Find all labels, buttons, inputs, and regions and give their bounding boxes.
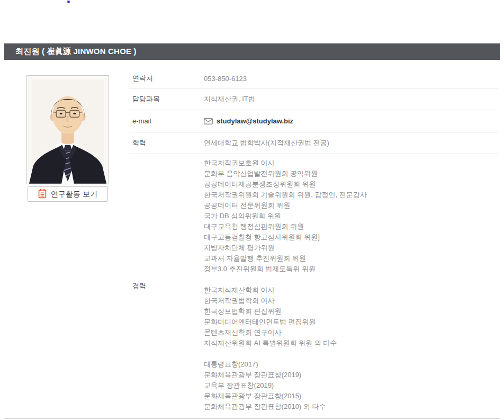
broken-image-marker — [67, 1, 70, 3]
career-line: 문화체육관광부 장관표창(2019) — [204, 370, 367, 380]
profile-detail-table: 연락처 053-850-6123 담당과목 지식재산권, IT법 e-mail … — [129, 69, 498, 418]
career-label: 경력 — [129, 281, 204, 291]
portrait-illustration — [27, 76, 109, 184]
career-line: 한국저작권법학회 이사 — [204, 296, 367, 306]
career-group: 대통령표창(2017)문화체육관광부 장관표창(2019)교육부 장관표창(20… — [204, 359, 367, 412]
education-label: 학력 — [129, 138, 204, 148]
career-line: 교과서 자율발행 추진위원회 위원 — [204, 253, 367, 264]
contact-label: 연락처 — [129, 74, 204, 83]
career-line: 한국지식재산학회 이사 — [204, 285, 367, 296]
profile-photo — [26, 75, 109, 184]
career-line: 대통령표창(2017) — [204, 359, 367, 370]
email-label: e-mail — [129, 117, 204, 125]
career-groups: 한국저작권보호원 이사문화부 음악산업발전위원회 공익위원공공데이터제공분쟁조정… — [204, 154, 367, 412]
career-line: 공공데이터 전문위원회 위원 — [204, 200, 367, 211]
row-subjects: 담당과목 지식재산권, IT법 — [129, 88, 498, 110]
row-email: e-mail studylaw@studylaw.biz — [129, 110, 498, 132]
career-line: 국가 DB 심의위원회 위원 — [204, 211, 367, 221]
career-line: 정부3.0 추진위원회 법제도특위 위원 — [204, 264, 367, 274]
subjects-value: 지식재산권, IT법 — [204, 94, 255, 104]
contact-value: 053-850-6123 — [204, 75, 247, 83]
notepad-icon — [38, 189, 47, 200]
education-value: 연세대학교 법학박사(지적재산권법 전공) — [204, 138, 329, 148]
career-line: 대구교육청 행정심판위원회 위원 — [204, 221, 367, 232]
career-line: 콘텐츠재산학회 연구이사 — [204, 327, 367, 338]
envelope-icon — [204, 118, 213, 124]
career-line: 지식재산위원회 AI 특별위원회 위원 외 다수 — [204, 338, 367, 348]
career-group: 한국저작권보호원 이사문화부 음악산업발전위원회 공익위원공공데이터제공분쟁조정… — [204, 158, 367, 274]
subjects-label: 담당과목 — [129, 94, 204, 104]
row-education: 학력 연세대학교 법학박사(지적재산권법 전공) — [129, 132, 498, 154]
profile-name-title: 최진원 ( 崔眞源 JINWON CHOE ) — [4, 47, 137, 57]
row-career: 경력 한국저작권보호원 이사문화부 음악산업발전위원회 공익위원공공데이터제공분… — [129, 154, 498, 418]
career-line: 지방자치단체 평가위원 — [204, 243, 367, 253]
career-line: 한국저작권보호원 이사 — [204, 158, 367, 168]
career-group: 한국지식재산학회 이사한국저작권법학회 이사힌국정보법학회 편집위원문화미디어엔… — [204, 285, 367, 348]
career-line: 문화체육관광부 장관표창(2015) — [204, 391, 367, 401]
career-line: 힌국정보법학회 편집위원 — [204, 306, 367, 317]
career-line: 대구고등검찰청 항고심사위원회 위원] — [204, 232, 367, 243]
career-line: 교육부 장관표창(2019) — [204, 380, 367, 391]
profile-header-bar: 최진원 ( 崔眞源 JINWON CHOE ) — [4, 43, 500, 60]
career-line: 문화부 음악산업발전위원회 공익위원 — [204, 168, 367, 179]
email-link[interactable]: studylaw@studylaw.biz — [217, 117, 293, 125]
career-line: 문화미디어엔터테인먼트법 편집위원 — [204, 317, 367, 327]
research-activity-button[interactable]: 연구활동 보기 — [28, 186, 108, 202]
research-activity-button-label: 연구활동 보기 — [51, 190, 97, 199]
career-line: 공공데이터제공분쟁조정위원회 위원 — [204, 179, 367, 190]
faculty-profile-page: 최진원 ( 崔眞源 JINWON CHOE ) — [0, 0, 504, 420]
bottom-divider — [4, 418, 500, 419]
career-line: 문화체육관광부 장관표창(2010) 외 다수 — [204, 401, 367, 412]
career-line: 한국저작권위원회 기술위원회 위원, 감정인, 전문강사 — [204, 190, 367, 200]
row-contact: 연락처 053-850-6123 — [129, 69, 498, 88]
